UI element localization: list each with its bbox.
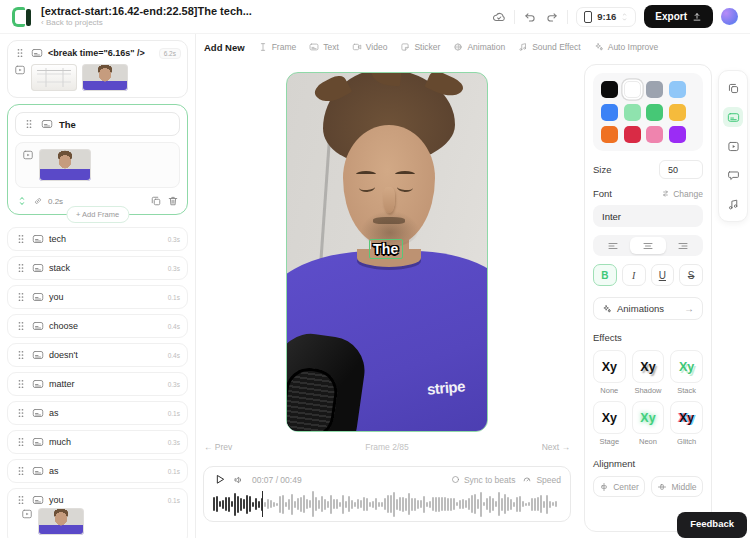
drag-handle-icon[interactable]	[15, 262, 27, 274]
frame-thumbnail-speaker[interactable]	[82, 64, 128, 91]
color-swatch[interactable]	[669, 81, 686, 98]
toolbar-item-sound-effect[interactable]: Sound Effect	[518, 42, 581, 52]
back-to-projects-link[interactable]: ‹ Back to projects	[41, 18, 252, 28]
frame-thumbnail-speaker[interactable]	[38, 508, 84, 535]
drag-handle-icon[interactable]	[15, 291, 27, 303]
drag-handle-icon[interactable]	[15, 378, 27, 390]
color-swatch[interactable]	[601, 126, 618, 143]
playhead[interactable]	[262, 491, 263, 517]
list-item[interactable]: you0.1s	[7, 285, 188, 309]
effect-shadow[interactable]: XyShadow	[632, 350, 665, 395]
drag-handle-icon[interactable]	[15, 465, 27, 477]
list-item[interactable]: tech0.3s	[7, 227, 188, 251]
project-title[interactable]: [extract-start:16.42-end:22.58]The tech.…	[41, 5, 252, 18]
drag-handle-icon[interactable]	[14, 47, 26, 59]
export-button[interactable]: Export	[644, 5, 713, 28]
aspect-ratio-stepper[interactable]	[621, 12, 628, 22]
align-center-button[interactable]	[630, 237, 665, 254]
color-swatch[interactable]	[646, 104, 663, 121]
break-card[interactable]: <break time="6.16s" /> 6.2s	[7, 40, 188, 98]
align-left-button[interactable]	[595, 237, 630, 254]
effect-stage[interactable]: XyStage	[593, 401, 626, 446]
font-family-field[interactable]: Inter	[593, 205, 703, 227]
list-item[interactable]: doesn't0.4s	[7, 343, 188, 367]
color-swatch[interactable]	[624, 126, 641, 143]
color-swatch[interactable]	[601, 81, 618, 98]
duplicate-icon[interactable]	[150, 195, 162, 207]
sync-to-beats-toggle[interactable]: Sync to beats	[451, 475, 516, 485]
list-item[interactable]: much0.3s	[7, 430, 188, 454]
toolbar-item-auto-improve[interactable]: Auto Improve	[594, 42, 659, 52]
drag-handle-icon[interactable]	[15, 407, 27, 419]
drag-handle-icon[interactable]	[15, 494, 27, 506]
color-swatch[interactable]	[646, 126, 663, 143]
effect-glitch[interactable]: XyGlitch	[670, 401, 703, 446]
feedback-button[interactable]: Feedback	[677, 512, 747, 538]
music-panel-button[interactable]	[723, 194, 743, 214]
undo-icon[interactable]	[523, 10, 537, 24]
add-new-button[interactable]: Add New	[204, 42, 245, 53]
media-panel-button[interactable]	[723, 136, 743, 156]
speed-control[interactable]: Speed	[522, 475, 561, 485]
list-item[interactable]: as0.1s	[7, 401, 188, 425]
cloud-sync-icon[interactable]	[492, 10, 506, 24]
dialogue-panel-button[interactable]	[723, 165, 743, 185]
change-font-button[interactable]: Change	[661, 189, 703, 199]
size-input[interactable]: 50	[659, 160, 703, 179]
next-frame-button[interactable]: Next →	[542, 442, 570, 452]
audio-waveform[interactable]	[213, 491, 561, 517]
add-frame-button[interactable]: + Add Frame	[66, 206, 129, 223]
selected-word-card[interactable]: The 0.2s + Add Frame	[7, 104, 188, 215]
animations-button[interactable]: Animations →	[593, 297, 703, 320]
toolbar-item-animation[interactable]: Animation	[453, 42, 505, 52]
timeline-player: 00:07 / 00:49 Sync to beats Speed	[203, 466, 571, 522]
effect-none[interactable]: XyNone	[593, 350, 626, 395]
color-swatch[interactable]	[601, 104, 618, 121]
frame-thumbnail-speaker[interactable]	[39, 149, 91, 181]
align-middle-vertical-button[interactable]: Middle	[651, 476, 703, 497]
color-swatch[interactable]	[624, 104, 641, 121]
drag-handle-icon[interactable]	[15, 233, 27, 245]
redo-icon[interactable]	[545, 10, 559, 24]
user-avatar[interactable]	[721, 8, 738, 25]
list-item[interactable]: stack0.3s	[7, 256, 188, 280]
align-right-button[interactable]	[666, 237, 701, 254]
app-logo-icon[interactable]	[12, 7, 32, 27]
toolbar-item-sticker[interactable]: Sticker	[400, 42, 440, 52]
toolbar-item-text[interactable]: Text	[309, 42, 339, 52]
drag-handle-icon[interactable]	[15, 349, 27, 361]
underline-button[interactable]: U	[651, 264, 675, 286]
bold-button[interactable]: B	[593, 264, 617, 286]
align-center-horizontal-button[interactable]: Center	[593, 476, 645, 497]
toolbar-item-frame[interactable]: Frame	[258, 42, 297, 52]
caption-text[interactable]: The	[373, 241, 399, 257]
drag-handle-icon[interactable]	[15, 320, 27, 332]
volume-icon[interactable]	[233, 474, 245, 486]
list-item[interactable]: as0.1s	[7, 459, 188, 483]
trash-icon[interactable]	[167, 195, 179, 207]
effect-neon[interactable]: XyNeon	[632, 401, 665, 446]
layers-panel-button[interactable]	[723, 78, 743, 98]
strikethrough-button[interactable]: S	[679, 264, 703, 286]
color-swatch[interactable]	[669, 104, 686, 121]
caption-selection-box[interactable]: The	[369, 239, 403, 259]
italic-button[interactable]: I	[622, 264, 646, 286]
reorder-arrows-icon[interactable]	[16, 195, 28, 207]
caption-panel-button[interactable]	[723, 107, 743, 127]
color-swatch[interactable]	[669, 126, 686, 143]
video-preview[interactable]: stripe The	[286, 72, 488, 432]
drag-handle-icon[interactable]	[15, 436, 27, 448]
drag-handle-icon[interactable]	[23, 118, 35, 130]
effect-stack[interactable]: XyStack	[670, 350, 703, 395]
list-item[interactable]: you0.1s	[7, 488, 188, 538]
selected-word-text[interactable]: The	[59, 119, 76, 130]
prev-frame-button[interactable]: ← Prev	[204, 442, 232, 452]
play-button[interactable]	[213, 473, 226, 486]
toolbar-item-video[interactable]: Video	[352, 42, 388, 52]
color-swatch[interactable]	[624, 81, 641, 98]
aspect-ratio-selector[interactable]: 9:16	[576, 7, 636, 27]
color-swatch[interactable]	[646, 81, 663, 98]
list-item[interactable]: matter0.3s	[7, 372, 188, 396]
list-item[interactable]: choose0.4s	[7, 314, 188, 338]
frame-thumbnail-whiteboard[interactable]	[31, 64, 77, 91]
